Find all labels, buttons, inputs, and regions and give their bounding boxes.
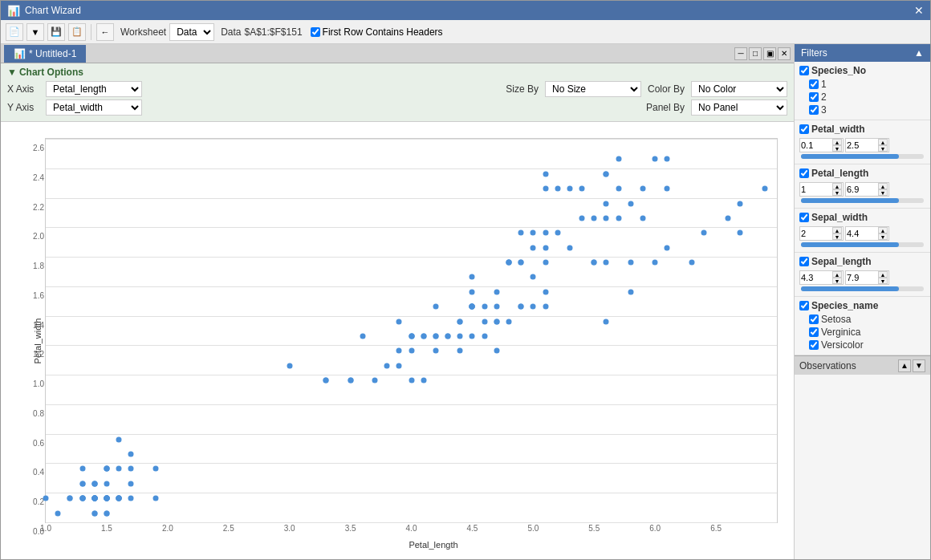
filter-check-petal_length[interactable]: [799, 168, 809, 178]
data-point[interactable]: [128, 466, 134, 472]
data-point[interactable]: [579, 186, 585, 192]
data-point[interactable]: [531, 274, 536, 280]
back-button[interactable]: ←: [96, 23, 114, 41]
new-button[interactable]: 📄: [6, 23, 23, 41]
data-point[interactable]: [543, 304, 548, 310]
data-point[interactable]: [726, 215, 731, 221]
data-point[interactable]: [653, 260, 658, 266]
data-point[interactable]: [555, 230, 560, 236]
data-point[interactable]: [360, 334, 365, 339]
data-point[interactable]: [604, 260, 609, 266]
data-point[interactable]: [567, 186, 572, 192]
data-point[interactable]: [604, 201, 609, 206]
worksheet-select[interactable]: Data: [169, 23, 214, 41]
data-point[interactable]: [579, 215, 585, 221]
filter-item-check[interactable]: [809, 79, 819, 89]
filter-item-check[interactable]: [809, 340, 819, 350]
data-point[interactable]: [543, 186, 548, 192]
filter-item-check[interactable]: [809, 92, 819, 102]
data-point[interactable]: [738, 201, 743, 206]
data-point[interactable]: [665, 186, 670, 192]
data-point[interactable]: [531, 230, 536, 236]
first-row-checkbox[interactable]: [311, 27, 320, 37]
data-point[interactable]: [116, 436, 122, 442]
data-point[interactable]: [79, 466, 85, 472]
data-point[interactable]: [592, 260, 597, 266]
data-point[interactable]: [494, 304, 499, 310]
data-point[interactable]: [543, 260, 548, 266]
data-point[interactable]: [470, 274, 475, 280]
data-point[interactable]: [470, 334, 475, 339]
data-point[interactable]: [323, 378, 329, 383]
data-point[interactable]: [738, 230, 743, 236]
tab-minimize-btn[interactable]: ─: [734, 47, 747, 60]
spin-up-max[interactable]: ▲: [878, 227, 888, 233]
data-point[interactable]: [653, 156, 658, 162]
data-point[interactable]: [482, 319, 487, 324]
data-point[interactable]: [384, 363, 390, 368]
chart-options-header[interactable]: ▼ Chart Options: [7, 67, 787, 78]
range-slider-sepal_width[interactable]: [801, 242, 924, 247]
filter-item-check[interactable]: [809, 314, 819, 324]
spin-down-min[interactable]: ▼: [832, 189, 842, 196]
filter-check-sepal_length[interactable]: [799, 257, 809, 266]
filter-check-petal_width[interactable]: [799, 124, 809, 134]
panel-by-select[interactable]: No Panel: [691, 99, 787, 116]
data-point[interactable]: [762, 186, 767, 192]
spin-up-min[interactable]: ▲: [832, 227, 842, 233]
first-row-checkbox-label[interactable]: First Row Contains Headers: [311, 26, 443, 38]
data-point[interactable]: [457, 319, 463, 324]
data-point[interactable]: [152, 496, 158, 501]
data-point[interactable]: [592, 215, 597, 221]
data-point[interactable]: [79, 496, 85, 501]
data-point[interactable]: [555, 186, 560, 192]
x-axis-select[interactable]: Petal_length: [46, 81, 142, 97]
data-point[interactable]: [104, 466, 109, 472]
data-point[interactable]: [543, 171, 548, 177]
save-button[interactable]: 💾: [47, 23, 65, 41]
data-point[interactable]: [421, 334, 426, 339]
data-point[interactable]: [91, 510, 97, 516]
data-point[interactable]: [445, 334, 451, 339]
data-point[interactable]: [421, 378, 426, 383]
data-point[interactable]: [104, 481, 109, 486]
spin-up-max[interactable]: ▲: [878, 183, 888, 189]
spin-down-max[interactable]: ▼: [878, 189, 888, 196]
data-point[interactable]: [640, 186, 645, 192]
data-point[interactable]: [665, 156, 670, 162]
data-point[interactable]: [43, 496, 49, 501]
data-point[interactable]: [628, 201, 633, 206]
spin-down-max[interactable]: ▼: [878, 278, 888, 284]
data-point[interactable]: [396, 363, 402, 368]
filter-check-sepal_width[interactable]: [799, 213, 809, 222]
spin-down-min[interactable]: ▼: [832, 278, 842, 284]
data-point[interactable]: [506, 260, 511, 266]
data-point[interactable]: [409, 334, 414, 339]
data-point[interactable]: [531, 304, 536, 310]
filter-item-check[interactable]: [809, 327, 819, 337]
saveas-button[interactable]: 📋: [68, 23, 86, 41]
tab-maximize-btn[interactable]: ▣: [763, 47, 776, 60]
data-point[interactable]: [628, 289, 633, 294]
data-point[interactable]: [116, 496, 122, 501]
data-point[interactable]: [104, 496, 109, 501]
bottom-up-btn[interactable]: ▲: [898, 359, 911, 372]
data-point[interactable]: [409, 348, 414, 354]
data-point[interactable]: [457, 334, 463, 339]
data-point[interactable]: [616, 215, 621, 221]
filter-check-species_name[interactable]: [799, 301, 809, 310]
data-point[interactable]: [640, 215, 645, 221]
data-point[interactable]: [128, 481, 134, 486]
data-point[interactable]: [543, 289, 548, 294]
data-point[interactable]: [518, 304, 524, 310]
spin-down-min[interactable]: ▼: [832, 145, 842, 152]
data-point[interactable]: [567, 245, 572, 250]
open-button[interactable]: ▼: [26, 23, 44, 41]
data-point[interactable]: [433, 334, 438, 339]
chart-tab[interactable]: 📊 * Untitled-1: [4, 45, 86, 63]
spin-up-max[interactable]: ▲: [878, 139, 888, 145]
data-point[interactable]: [518, 230, 524, 236]
spin-down-max[interactable]: ▼: [878, 233, 888, 240]
data-point[interactable]: [482, 304, 487, 310]
data-point[interactable]: [518, 260, 524, 266]
